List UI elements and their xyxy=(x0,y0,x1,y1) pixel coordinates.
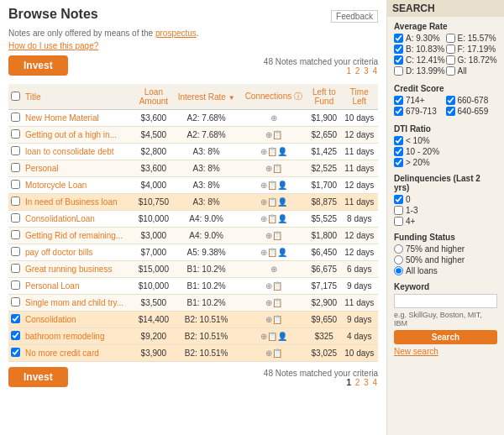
row-checkbox[interactable] xyxy=(11,247,20,256)
rate-c1241[interactable]: C: 12.41% xyxy=(394,55,446,65)
row-checkbox[interactable] xyxy=(11,197,20,206)
rate-f1719[interactable]: F: 17.19% xyxy=(446,45,498,54)
row-checkbox[interactable] xyxy=(11,331,20,340)
row-checkbox-cell[interactable] xyxy=(8,328,23,345)
row-title[interactable]: No more credit card xyxy=(23,345,134,362)
row-checkbox-cell[interactable] xyxy=(8,345,23,362)
row-title[interactable]: loan to consolidate debt xyxy=(23,144,134,160)
row-checkbox-cell[interactable] xyxy=(8,312,23,328)
row-checkbox[interactable] xyxy=(11,297,20,307)
score-679713[interactable]: 679-713 xyxy=(394,107,446,116)
row-loan: $4,500 xyxy=(134,127,173,144)
col-time-left[interactable]: TimeLeft xyxy=(341,84,378,110)
feedback-link[interactable]: Feedback xyxy=(331,10,378,23)
row-checkbox[interactable] xyxy=(11,213,20,223)
row-loan: $10,000 xyxy=(134,278,173,295)
rate-all[interactable]: All xyxy=(446,66,498,76)
dti-10[interactable]: < 10% xyxy=(394,136,497,145)
col-left-to-fund[interactable]: Left toFund xyxy=(307,84,341,110)
row-title[interactable]: Personal xyxy=(23,160,134,177)
row-checkbox[interactable] xyxy=(11,113,20,122)
del-4plus[interactable]: 4+ xyxy=(394,217,497,226)
row-checkbox-cell[interactable] xyxy=(8,244,23,261)
row-checkbox[interactable] xyxy=(11,264,20,273)
row-title[interactable]: Single mom and child try... xyxy=(23,295,134,312)
prospectus-link[interactable]: prospectus xyxy=(155,29,197,38)
row-title[interactable]: New Home Material xyxy=(23,110,134,127)
row-connections: ⊕📋 xyxy=(240,127,307,144)
row-checkbox[interactable] xyxy=(11,129,20,139)
row-left: $1,425 xyxy=(307,144,341,160)
row-title[interactable]: bathroom remodeling xyxy=(23,328,134,345)
keyword-input[interactable] xyxy=(394,294,497,308)
search-button[interactable]: Search xyxy=(394,330,497,344)
row-loan: $3,500 xyxy=(134,295,173,312)
how-to-link[interactable]: How do I use this page? xyxy=(8,41,378,50)
invest-button-bottom[interactable]: Invest xyxy=(8,367,68,387)
prospectus-line: Notes are only offered by means of the p… xyxy=(8,29,378,38)
row-title[interactable]: Getting out of a high in... xyxy=(23,127,134,144)
row-title[interactable]: In need of Business loan xyxy=(23,194,134,211)
row-checkbox[interactable] xyxy=(11,280,20,290)
row-checkbox-cell[interactable] xyxy=(8,144,23,160)
del-13[interactable]: 1-3 xyxy=(394,206,497,215)
page-links-bottom[interactable]: 1 2 3 4 xyxy=(345,378,378,387)
row-title[interactable]: Personal Loan xyxy=(23,278,134,295)
average-rate-title: Average Rate xyxy=(394,22,497,31)
row-checkbox-cell[interactable] xyxy=(8,110,23,127)
dti-1020[interactable]: 10 - 20% xyxy=(394,147,497,156)
row-time: 12 days xyxy=(341,244,378,261)
dti-20plus[interactable]: > 20% xyxy=(394,158,497,167)
row-title[interactable]: Getting Rid of remaining... xyxy=(23,228,134,244)
fs-50[interactable]: 50% and higher xyxy=(394,255,497,265)
col-loan-amount[interactable]: LoanAmount xyxy=(134,84,173,110)
fs-75[interactable]: 75% and higher xyxy=(394,244,497,254)
new-search-link[interactable]: New search xyxy=(394,347,497,356)
row-connections: ⊕📋👤 xyxy=(240,244,307,261)
row-checkbox[interactable] xyxy=(11,146,20,155)
row-checkbox[interactable] xyxy=(11,163,20,172)
row-checkbox[interactable] xyxy=(11,348,20,357)
del-0[interactable]: 0 xyxy=(394,195,497,204)
row-checkbox-cell[interactable] xyxy=(8,127,23,144)
row-checkbox-cell[interactable] xyxy=(8,261,23,278)
rate-d1399[interactable]: D: 13.99% xyxy=(394,66,446,76)
row-checkbox[interactable] xyxy=(11,314,20,323)
score-640659[interactable]: 640-659 xyxy=(446,107,498,116)
col-interest-rate[interactable]: Interest Rate ▼ xyxy=(173,84,240,110)
row-loan: $3,600 xyxy=(134,160,173,177)
rate-e1557[interactable]: E: 15.57% xyxy=(446,34,498,43)
table-row: bathroom remodeling $9,200 B2: 10.51% ⊕📋… xyxy=(8,328,378,345)
score-660678[interactable]: 660-678 xyxy=(446,96,498,105)
row-title[interactable]: Consolidation xyxy=(23,312,134,328)
row-checkbox-cell[interactable] xyxy=(8,295,23,312)
fs-all[interactable]: All loans xyxy=(394,266,497,275)
row-checkbox-cell[interactable] xyxy=(8,160,23,177)
row-time: 11 days xyxy=(341,194,378,211)
select-all-checkbox[interactable] xyxy=(11,92,20,101)
row-left: $2,525 xyxy=(307,160,341,177)
row-checkbox-cell[interactable] xyxy=(8,177,23,194)
row-title[interactable]: pay off doctor bills xyxy=(23,244,134,261)
row-title[interactable]: ConsolidationLoan xyxy=(23,211,134,228)
credit-score-options: 714+ 660-678 679-713 640-659 xyxy=(394,96,497,118)
row-checkbox-cell[interactable] xyxy=(8,278,23,295)
row-checkbox[interactable] xyxy=(11,180,20,189)
rate-a930[interactable]: A: 9.30% xyxy=(394,34,446,43)
score-714plus[interactable]: 714+ xyxy=(394,96,446,105)
col-connections[interactable]: Connections ⓘ xyxy=(240,84,307,110)
row-title[interactable]: Great running business xyxy=(23,261,134,278)
col-title[interactable]: Title xyxy=(23,84,134,110)
row-checkbox-cell[interactable] xyxy=(8,194,23,211)
rate-b1083[interactable]: B: 10.83% xyxy=(394,45,446,54)
rate-g1872[interactable]: G: 18.72% xyxy=(446,55,498,65)
page-links[interactable]: 1 2 3 4 xyxy=(345,66,378,76)
select-all-header[interactable] xyxy=(8,84,23,110)
row-connections: ⊕📋👤 xyxy=(240,328,307,345)
row-checkbox[interactable] xyxy=(11,230,20,239)
row-loan: $14,400 xyxy=(134,312,173,328)
row-checkbox-cell[interactable] xyxy=(8,228,23,244)
row-checkbox-cell[interactable] xyxy=(8,211,23,228)
invest-button-top[interactable]: Invest xyxy=(8,55,68,76)
row-title[interactable]: Motorcycle Loan xyxy=(23,177,134,194)
